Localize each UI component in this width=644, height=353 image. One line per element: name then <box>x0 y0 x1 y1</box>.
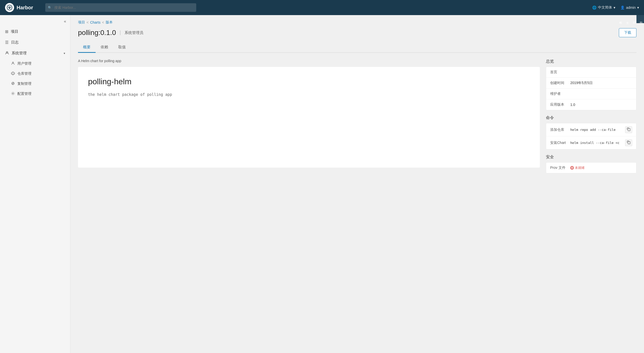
collapse-button[interactable]: « <box>64 19 66 24</box>
command-value-add-repo: helm repo add --ca-file <box>570 128 623 132</box>
header: Harbor 🌐 中文简体 ▾ 👤 admin ▾ <box>0 0 644 15</box>
command-label-install-chart: 安装Chart <box>550 141 568 145</box>
search-input[interactable] <box>45 3 196 12</box>
replication-icon <box>11 82 15 86</box>
system-expand-icon: ▾ <box>64 52 65 55</box>
overview-value-appversion: 1.0 <box>570 103 575 107</box>
breadcrumb-charts[interactable]: Charts <box>90 20 100 24</box>
overview-card: 首页 创建时间 2019年5月5日 维护者 应用版本 1.0 <box>546 67 636 110</box>
command-row-add-repo: 添加仓库 helm repo add --ca-file <box>546 123 636 136</box>
layout: « ⊞ 项目 ☰ 日志 系统管理 ▾ <box>0 15 644 353</box>
chart-title: polling-helm <box>88 77 530 86</box>
lang-chevron-icon: ▾ <box>614 6 615 10</box>
overview-row-appversion: 应用版本 1.0 <box>546 99 636 110</box>
warehouse-icon <box>11 71 15 76</box>
user-mgmt-icon <box>11 61 15 66</box>
edge-item-1[interactable]: 拍 <box>638 18 644 21</box>
user-label: admin <box>626 6 636 10</box>
breadcrumb-sep-1: < <box>87 20 89 24</box>
security-section-title: 安全 <box>546 154 636 160</box>
user-chevron-icon: ▾ <box>637 6 639 10</box>
sidebar-label-user-mgmt: 用户管理 <box>17 61 31 66</box>
breadcrumb-projects[interactable]: 项目 <box>78 20 85 25</box>
copy-install-chart-button[interactable] <box>625 139 632 146</box>
security-card: Prov 文件 未就绪 <box>546 162 636 173</box>
command-value-install-chart: helm install --ca-file <c <box>570 141 623 145</box>
lang-label: 中文简体 <box>598 5 612 10</box>
sidebar-label-projects: 项目 <box>11 29 18 34</box>
main-panel: A Helm chart for polling app polling-hel… <box>78 59 540 173</box>
sidebar-label-system: 系统管理 <box>12 51 27 56</box>
command-row-install-chart: 安装Chart helm install --ca-file <c <box>546 136 636 149</box>
svg-point-8 <box>13 93 14 94</box>
sidebar-item-system[interactable]: 系统管理 ▾ <box>0 48 70 59</box>
status-text: 未就绪 <box>575 166 585 170</box>
app-name: Harbor <box>17 5 33 11</box>
chart-card: polling-helm the helm chart package of p… <box>78 67 540 168</box>
logo: Harbor <box>5 3 40 12</box>
sidebar-label-logs: 日志 <box>11 40 19 45</box>
header-right: 🌐 中文简体 ▾ 👤 admin ▾ <box>592 5 639 10</box>
svg-point-1 <box>9 7 10 9</box>
overview-section-title: 总览 <box>546 59 636 64</box>
sidebar-collapse: « <box>0 18 70 26</box>
content-area: A Helm chart for polling app polling-hel… <box>78 59 636 173</box>
tab-bar: 概要 依赖 取值 <box>78 42 636 53</box>
search-container <box>45 3 196 12</box>
security-label-prov: Prov 文件 <box>550 166 568 170</box>
logo-icon <box>5 3 14 12</box>
page-title: polling:0.1.0 <box>78 29 116 37</box>
edge-item-4[interactable]: 略 <box>618 18 624 21</box>
projects-icon: ⊞ <box>5 29 8 34</box>
edge-item-2[interactable]: 田 <box>631 18 637 21</box>
download-button[interactable]: 下载 <box>619 28 636 37</box>
svg-rect-9 <box>628 129 630 131</box>
sidebar-item-projects[interactable]: ⊞ 项目 <box>0 26 70 37</box>
config-icon <box>11 92 15 96</box>
sidebar-item-warehouse-mgmt[interactable]: 仓库管理 <box>0 69 70 79</box>
language-selector[interactable]: 🌐 中文简体 ▾ <box>592 5 615 10</box>
tab-dependencies[interactable]: 依赖 <box>96 42 113 53</box>
tab-values[interactable]: 取值 <box>113 42 131 53</box>
sidebar-label-warehouse-mgmt: 仓库管理 <box>17 71 31 76</box>
commands-card: 添加仓库 helm repo add --ca-file 安装Chart hel… <box>546 123 636 149</box>
command-label-add-repo: 添加仓库 <box>550 128 568 132</box>
breadcrumb-sep-2: < <box>102 20 104 24</box>
sidebar-item-logs[interactable]: ☰ 日志 <box>0 37 70 48</box>
logs-icon: ☰ <box>5 40 9 45</box>
sidebar-label-config-mgmt: 配置管理 <box>17 92 31 96</box>
overview-row-created: 创建时间 2019年5月5日 <box>546 78 636 89</box>
chart-description: A Helm chart for polling app <box>78 59 540 63</box>
user-icon: 👤 <box>620 6 625 10</box>
breadcrumb: 项目 < Charts < 版本 <box>78 20 636 25</box>
overview-label-maintainer: 维护者 <box>550 92 570 96</box>
main-content: 项目 < Charts < 版本 polling:0.1.0 系统管理员 下载 … <box>70 15 644 353</box>
chart-card-description: the helm chart package of polling app <box>88 92 530 97</box>
sidebar-label-replication-mgmt: 复制管理 <box>17 82 31 86</box>
sidebar-item-replication-mgmt[interactable]: 复制管理 <box>0 79 70 89</box>
edge-item-3[interactable]: 生 <box>625 18 630 21</box>
overview-row-maintainer: 维护者 <box>546 89 636 99</box>
svg-marker-5 <box>12 72 14 74</box>
overview-label-homepage: 首页 <box>550 70 570 74</box>
overview-value-created: 2019年5月5日 <box>570 81 593 85</box>
overview-row-homepage: 首页 <box>546 67 636 78</box>
overview-label-created: 创建时间 <box>550 81 570 85</box>
right-edge-panel: 拍 田 生 略 <box>636 15 644 23</box>
sidebar-item-config-mgmt[interactable]: 配置管理 <box>0 89 70 99</box>
user-menu[interactable]: 👤 admin ▾ <box>620 6 639 10</box>
sidebar-item-user-mgmt[interactable]: 用户管理 <box>0 59 70 69</box>
status-badge: 未就绪 <box>570 166 585 170</box>
globe-icon: 🌐 <box>592 6 596 10</box>
svg-rect-10 <box>628 142 630 144</box>
overview-label-appversion: 应用版本 <box>550 102 570 107</box>
tab-summary[interactable]: 概要 <box>78 42 96 53</box>
page-title-section: polling:0.1.0 系统管理员 <box>78 29 143 37</box>
svg-point-3 <box>12 62 14 63</box>
commands-section-title: 命令 <box>546 115 636 121</box>
breadcrumb-version[interactable]: 版本 <box>106 20 113 25</box>
right-panel: 总览 首页 创建时间 2019年5月5日 维护者 应用版 <box>546 59 636 173</box>
error-icon <box>570 166 574 170</box>
copy-add-repo-button[interactable] <box>625 126 632 133</box>
sidebar: « ⊞ 项目 ☰ 日志 系统管理 ▾ <box>0 15 70 353</box>
